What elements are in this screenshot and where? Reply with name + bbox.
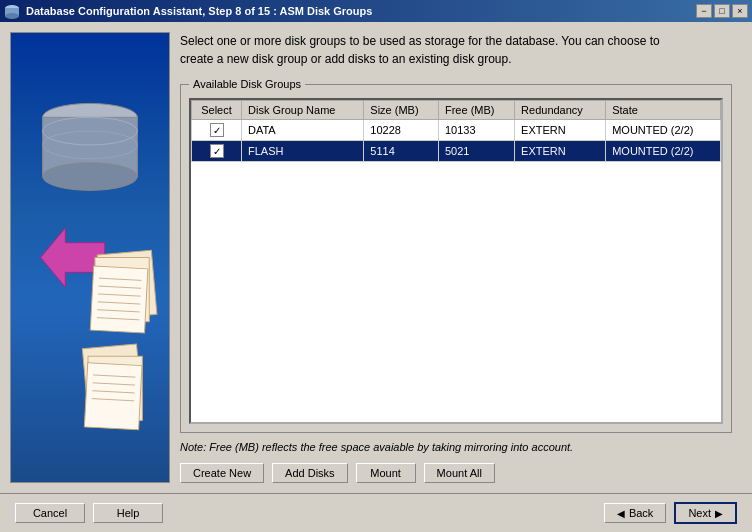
bottom-right-buttons: ◀ Back Next ▶ <box>604 502 737 524</box>
app-icon <box>4 3 20 19</box>
window-controls: − □ × <box>696 4 748 18</box>
note-text: Note: Free (MB) reflects the free space … <box>180 441 732 453</box>
close-button[interactable]: × <box>732 4 748 18</box>
mount-all-button[interactable]: Mount All <box>424 463 495 483</box>
description-line1: Select one or more disk groups to be use… <box>180 34 660 48</box>
disk-table: Select Disk Group Name Size (MB) Free (M… <box>191 100 721 162</box>
maximize-button[interactable]: □ <box>714 4 730 18</box>
back-button[interactable]: ◀ Back <box>604 503 666 523</box>
row-free: 10133 <box>438 120 514 141</box>
row-redundancy: EXTERN <box>515 141 606 162</box>
table-row[interactable]: ✓ DATA 10228 10133 EXTERN MOUNTED (2/2) <box>192 120 721 141</box>
create-new-button[interactable]: Create New <box>180 463 264 483</box>
col-state: State <box>606 101 721 120</box>
svg-rect-23 <box>90 266 148 333</box>
window-title: Database Configuration Assistant, Step 8… <box>26 5 372 17</box>
row-redundancy: EXTERN <box>515 120 606 141</box>
row-free: 5021 <box>438 141 514 162</box>
col-redundancy: Redundancy <box>515 101 606 120</box>
minimize-button[interactable]: − <box>696 4 712 18</box>
back-label: Back <box>629 507 653 519</box>
col-size: Size (MB) <box>364 101 439 120</box>
col-free: Free (MB) <box>438 101 514 120</box>
back-arrow-icon: ◀ <box>617 508 625 519</box>
action-buttons: Create New Add Disks Mount Mount All <box>180 463 732 483</box>
row-checkbox-cell[interactable]: ✓ <box>192 120 242 141</box>
row-checkbox[interactable]: ✓ <box>210 123 224 137</box>
add-disks-button[interactable]: Add Disks <box>272 463 348 483</box>
row-state: MOUNTED (2/2) <box>606 141 721 162</box>
row-checkbox[interactable]: ✓ <box>210 144 224 158</box>
right-panel: Select one or more disk groups to be use… <box>170 32 742 483</box>
window-body: Select one or more disk groups to be use… <box>0 22 752 532</box>
illustration-panel <box>10 32 170 483</box>
col-name: Disk Group Name <box>242 101 364 120</box>
disk-groups-fieldset: Available Disk Groups Select Disk Group … <box>180 78 732 433</box>
table-row[interactable]: ✓ FLASH 5114 5021 EXTERN MOUNTED (2/2) <box>192 141 721 162</box>
title-bar: Database Configuration Assistant, Step 8… <box>0 0 752 22</box>
svg-rect-40 <box>84 363 142 430</box>
bottom-bar: Cancel Help ◀ Back Next ▶ <box>0 493 752 532</box>
table-header-row: Select Disk Group Name Size (MB) Free (M… <box>192 101 721 120</box>
row-name: DATA <box>242 120 364 141</box>
row-checkbox-cell[interactable]: ✓ <box>192 141 242 162</box>
description-text: Select one or more disk groups to be use… <box>180 32 732 68</box>
description-line2: create a new disk group or add disks to … <box>180 52 512 66</box>
disk-groups-legend: Available Disk Groups <box>189 78 305 90</box>
mount-button[interactable]: Mount <box>356 463 416 483</box>
row-size: 5114 <box>364 141 439 162</box>
cancel-button[interactable]: Cancel <box>15 503 85 523</box>
col-select: Select <box>192 101 242 120</box>
help-button[interactable]: Help <box>93 503 163 523</box>
next-arrow-icon: ▶ <box>715 508 723 519</box>
next-button[interactable]: Next ▶ <box>674 502 737 524</box>
row-name: FLASH <box>242 141 364 162</box>
next-label: Next <box>688 507 711 519</box>
row-state: MOUNTED (2/2) <box>606 120 721 141</box>
svg-point-5 <box>43 163 138 191</box>
disk-table-wrapper[interactable]: Select Disk Group Name Size (MB) Free (M… <box>189 98 723 424</box>
svg-point-2 <box>5 13 19 19</box>
bottom-left-buttons: Cancel Help <box>15 503 163 523</box>
row-size: 10228 <box>364 120 439 141</box>
